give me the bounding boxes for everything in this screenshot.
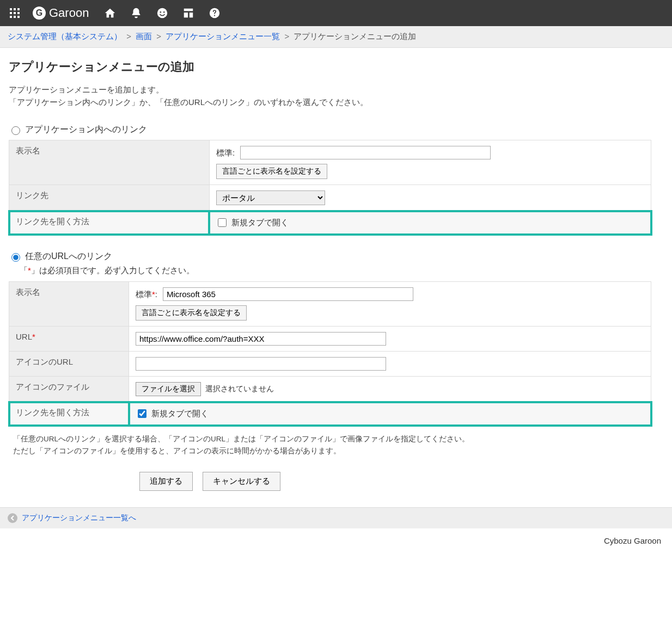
footer-brand: Cybozu Garoon xyxy=(0,528,672,556)
url-url-input[interactable] xyxy=(136,332,386,346)
svg-rect-13 xyxy=(184,13,188,17)
breadcrumb-link-0[interactable]: システム管理（基本システム） xyxy=(8,32,122,41)
smile-icon[interactable] xyxy=(154,5,170,21)
radio-url-link[interactable] xyxy=(11,253,20,262)
svg-rect-4 xyxy=(14,12,16,14)
url-icon-file-button[interactable]: ファイルを選択 xyxy=(136,382,201,396)
url-standard-input[interactable] xyxy=(163,287,413,301)
svg-rect-14 xyxy=(190,13,193,17)
svg-rect-12 xyxy=(184,9,193,11)
topbar: G Garoon xyxy=(0,0,672,26)
svg-rect-5 xyxy=(17,12,20,14)
intro-line-2: 「アプリケーション内へのリンク」か、「任意のURLへのリンク」のいずれかを選んで… xyxy=(9,97,663,108)
svg-rect-1 xyxy=(14,8,16,10)
url-display-name-label: 表示名 xyxy=(9,282,129,327)
breadcrumb: システム管理（基本システム） > 画面 > アプリケーションメニュー一覧 > ア… xyxy=(0,26,672,48)
url-standard-label: 標準*: xyxy=(136,290,157,299)
url-note-line-2: ただし「アイコンのファイル」を使用すると、アイコンの表示に時間がかかる場合があり… xyxy=(13,445,663,457)
help-icon[interactable] xyxy=(206,5,223,21)
app-open-new-tab-label: 新規タブで開く xyxy=(231,218,289,228)
breadcrumb-link-1[interactable]: 画面 xyxy=(136,32,152,41)
brand-g-icon: G xyxy=(33,7,46,20)
url-open-new-tab-checkbox[interactable] xyxy=(138,409,146,418)
svg-point-16 xyxy=(214,15,215,16)
section-url-link: 任意のURLへのリンク 「*」は必須項目です。必ず入力してください。 表示名 標… xyxy=(9,251,663,457)
svg-rect-7 xyxy=(14,16,16,18)
url-open-method-label: リンク先を開く方法 xyxy=(9,402,129,426)
radio-app-link-label: アプリケーション内へのリンク xyxy=(25,124,147,136)
url-note-line-1: 「任意のURLへのリンク」を選択する場合、「アイコンのURL」または「アイコンの… xyxy=(13,433,663,445)
url-url-label: URL* xyxy=(9,327,129,352)
intro-text: アプリケーションメニューを追加します。 「アプリケーション内へのリンク」か、「任… xyxy=(9,85,663,108)
app-display-name-label: 表示名 xyxy=(9,140,210,185)
app-link-target-select[interactable]: ポータル xyxy=(216,190,325,205)
breadcrumb-current: アプリケーションメニューの追加 xyxy=(294,32,416,41)
breadcrumb-sep: > xyxy=(156,32,161,41)
radio-url-link-label: 任意のURLへのリンク xyxy=(25,251,112,262)
breadcrumb-sep: > xyxy=(126,32,131,41)
back-arrow-icon xyxy=(8,513,17,523)
url-hint: 「*」は必須項目です。必ず入力してください。 xyxy=(20,266,663,276)
svg-rect-2 xyxy=(17,8,20,10)
app-standard-label: 標準: xyxy=(216,148,235,157)
url-lang-button[interactable]: 言語ごとに表示名を設定する xyxy=(136,305,247,321)
bell-icon[interactable] xyxy=(128,5,144,21)
cancel-button[interactable]: キャンセルする xyxy=(203,472,280,491)
svg-rect-6 xyxy=(10,16,12,18)
breadcrumb-link-2[interactable]: アプリケーションメニュー一覧 xyxy=(166,32,280,41)
brand-text: Garoon xyxy=(49,6,89,20)
url-icon-url-label: アイコンのURL xyxy=(9,352,129,377)
backlink-bar: アプリケーションメニュー一覧へ xyxy=(0,507,672,528)
app-open-new-tab-checkbox[interactable] xyxy=(218,218,227,227)
page-title: アプリケーションメニューの追加 xyxy=(9,59,663,75)
apps-layout-icon[interactable] xyxy=(180,5,197,21)
url-open-new-tab-label: 新規タブで開く xyxy=(151,409,209,419)
brand-logo[interactable]: G Garoon xyxy=(33,6,89,20)
url-icon-file-status: 選択されていません xyxy=(205,384,274,394)
url-note: 「任意のURLへのリンク」を選択する場合、「アイコンのURL」または「アイコンの… xyxy=(13,433,663,457)
breadcrumb-sep: > xyxy=(284,32,289,41)
url-icon-file-label: アイコンのファイル xyxy=(9,377,129,402)
section-app-link: アプリケーション内へのリンク 表示名 標準: 言語ごとに表示名を設定する リンク… xyxy=(9,124,663,235)
action-row: 追加する キャンセルする xyxy=(139,472,663,491)
home-icon[interactable] xyxy=(102,5,118,21)
intro-line-1: アプリケーションメニューを追加します。 xyxy=(9,85,663,95)
svg-rect-8 xyxy=(17,16,20,18)
radio-app-link[interactable] xyxy=(11,126,20,135)
svg-rect-3 xyxy=(10,12,12,14)
app-lang-button[interactable]: 言語ごとに表示名を設定する xyxy=(216,164,327,179)
app-open-method-label: リンク先を開く方法 xyxy=(9,211,210,235)
svg-rect-0 xyxy=(10,8,12,10)
apps-grid-icon[interactable] xyxy=(7,5,23,21)
app-standard-input[interactable] xyxy=(240,146,491,159)
submit-button[interactable]: 追加する xyxy=(139,472,193,491)
backlink[interactable]: アプリケーションメニュー一覧へ xyxy=(22,513,136,523)
app-link-target-label: リンク先 xyxy=(9,185,210,211)
svg-point-10 xyxy=(160,11,162,13)
url-icon-url-input[interactable] xyxy=(136,357,386,371)
svg-point-11 xyxy=(163,11,165,13)
svg-point-9 xyxy=(157,8,167,18)
